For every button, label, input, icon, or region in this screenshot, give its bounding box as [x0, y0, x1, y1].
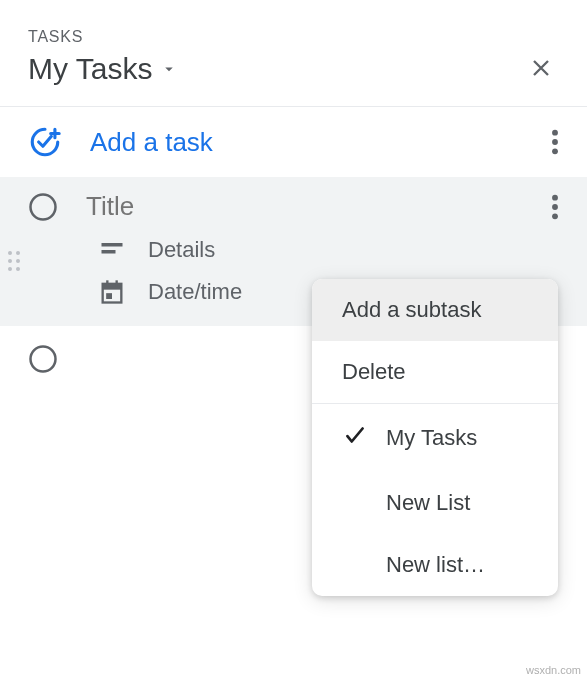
add-task-row: Add a task	[0, 107, 587, 177]
menu-delete[interactable]: Delete	[312, 341, 558, 403]
svg-point-6	[16, 259, 20, 263]
svg-rect-13	[102, 243, 123, 247]
complete-toggle[interactable]	[28, 344, 58, 374]
kebab-icon	[551, 193, 559, 221]
datetime-label: Date/time	[148, 279, 242, 305]
menu-list-my-tasks[interactable]: My Tasks	[312, 404, 558, 472]
menu-item-label: Add a subtask	[342, 297, 481, 323]
task-title-input[interactable]	[86, 191, 523, 222]
check-icon	[342, 422, 368, 454]
task-context-menu: Add a subtask Delete My Tasks New List N…	[312, 279, 558, 596]
svg-point-8	[16, 267, 20, 271]
complete-toggle[interactable]	[28, 192, 58, 222]
add-task-button[interactable]: Add a task	[90, 127, 213, 158]
header-left: TASKS My Tasks	[28, 28, 178, 86]
details-button[interactable]: Details	[28, 236, 559, 264]
svg-point-4	[16, 251, 20, 255]
svg-rect-18	[116, 280, 118, 286]
svg-point-5	[8, 259, 12, 263]
svg-point-9	[31, 194, 56, 219]
menu-item-label: Delete	[342, 359, 406, 385]
svg-rect-19	[106, 293, 112, 299]
drag-handle[interactable]	[6, 249, 22, 277]
tasks-label: TASKS	[28, 28, 178, 46]
svg-point-3	[8, 251, 12, 255]
menu-list-new-list-create[interactable]: New list…	[312, 534, 558, 596]
details-icon	[98, 236, 126, 264]
list-selector[interactable]: My Tasks	[28, 52, 178, 86]
menu-add-subtask[interactable]: Add a subtask	[312, 279, 558, 341]
list-options-button[interactable]	[551, 128, 559, 156]
svg-rect-14	[102, 250, 116, 254]
watermark: wsxdn.com	[526, 664, 581, 676]
menu-list-new-list[interactable]: New List	[312, 472, 558, 534]
task-options-button[interactable]	[551, 193, 559, 221]
svg-rect-16	[103, 284, 122, 290]
close-button[interactable]	[527, 54, 555, 86]
menu-item-label: New list…	[386, 552, 485, 578]
svg-point-2	[552, 148, 558, 154]
svg-point-12	[552, 213, 558, 219]
menu-item-label: New List	[386, 490, 470, 516]
header: TASKS My Tasks	[0, 0, 587, 106]
svg-point-1	[552, 139, 558, 145]
drag-icon	[6, 249, 22, 273]
svg-point-7	[8, 267, 12, 271]
calendar-icon	[98, 278, 126, 306]
svg-rect-17	[106, 280, 108, 286]
list-title: My Tasks	[28, 52, 152, 86]
chevron-down-icon	[160, 60, 178, 78]
svg-point-11	[552, 204, 558, 210]
task-title-row	[28, 191, 559, 222]
menu-item-label: My Tasks	[386, 425, 477, 451]
kebab-icon	[551, 128, 559, 156]
close-icon	[527, 54, 555, 82]
svg-point-10	[552, 194, 558, 200]
details-label: Details	[148, 237, 215, 263]
svg-point-20	[31, 347, 56, 372]
svg-point-0	[552, 130, 558, 136]
add-task-icon	[28, 125, 62, 159]
